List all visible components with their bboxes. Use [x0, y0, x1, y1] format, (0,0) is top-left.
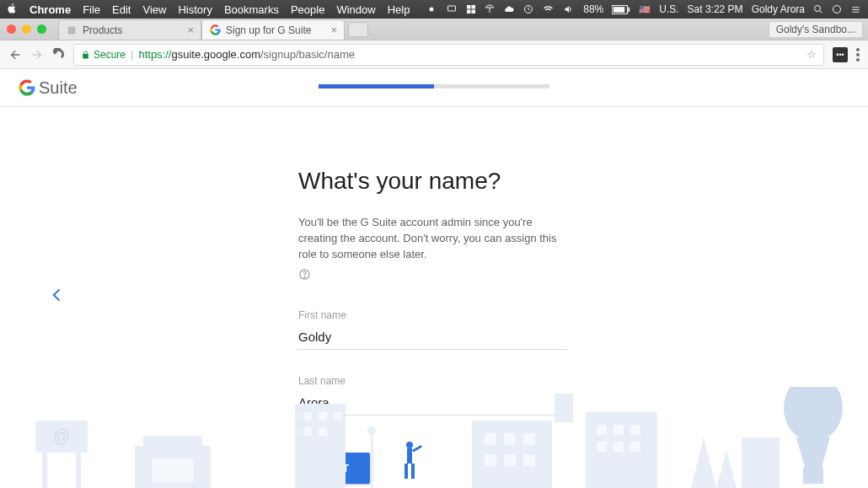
svg-point-10 — [815, 6, 821, 12]
svg-rect-9 — [629, 7, 630, 11]
page-title: What's your name? — [298, 168, 576, 195]
svg-point-60 — [784, 387, 843, 442]
svg-rect-16 — [68, 26, 76, 34]
back-step-button[interactable] — [49, 287, 66, 307]
status-display-icon[interactable] — [446, 4, 458, 14]
new-tab-button[interactable] — [348, 22, 368, 37]
svg-rect-59 — [742, 437, 780, 488]
status-wifi-icon[interactable] — [542, 4, 555, 14]
status-cloud-icon[interactable] — [503, 4, 515, 14]
menubar-item-window[interactable]: Window — [336, 3, 375, 16]
menubar-item-view[interactable]: View — [142, 3, 166, 16]
tab-title: Products — [83, 24, 182, 36]
svg-rect-61 — [803, 467, 823, 484]
status-screencast-icon[interactable] — [426, 4, 437, 14]
status-timemachine-icon[interactable] — [523, 4, 533, 14]
svg-point-19 — [856, 58, 860, 62]
svg-rect-27 — [143, 436, 202, 446]
first-name-input[interactable] — [298, 326, 568, 350]
svg-point-18 — [856, 53, 860, 56]
gsuite-logo: Suite — [19, 78, 78, 98]
minimize-window-icon[interactable] — [22, 24, 31, 34]
signup-progress-fill — [319, 84, 434, 88]
svg-point-0 — [430, 8, 434, 12]
svg-rect-4 — [467, 10, 471, 14]
extension-icon[interactable]: ••• — [833, 47, 848, 62]
status-clock[interactable]: Sat 3:22 PM — [688, 3, 743, 15]
menubar-item-file[interactable]: File — [83, 3, 100, 16]
window-controls[interactable] — [7, 24, 46, 34]
svg-point-17 — [856, 48, 860, 51]
last-name-input[interactable] — [298, 392, 568, 416]
svg-rect-5 — [472, 10, 476, 14]
svg-rect-22 — [35, 421, 88, 453]
status-siri-icon[interactable] — [832, 4, 842, 14]
svg-rect-52 — [613, 425, 624, 435]
svg-marker-57 — [691, 437, 716, 488]
status-flag-icon[interactable]: 🇺🇸 — [639, 4, 651, 15]
secure-badge: Secure — [81, 49, 126, 61]
svg-rect-51 — [597, 425, 607, 435]
status-notification-icon[interactable] — [850, 5, 861, 14]
browser-tab-signup[interactable]: Sign up for G Suite × — [201, 19, 345, 40]
close-window-icon[interactable] — [7, 24, 16, 34]
svg-rect-24 — [76, 453, 81, 488]
tab-title: Sign up for G Suite — [226, 24, 325, 36]
svg-rect-28 — [152, 459, 194, 482]
svg-rect-54 — [597, 442, 607, 452]
browser-tab-products[interactable]: Products × — [58, 19, 201, 40]
svg-marker-58 — [716, 450, 737, 488]
signup-progress-bar — [319, 84, 549, 88]
menubar-app-name[interactable]: Chrome — [29, 3, 71, 16]
status-battery-icon[interactable] — [612, 5, 630, 14]
status-input-source[interactable]: U.S. — [659, 3, 678, 15]
nav-forward-button[interactable] — [30, 48, 44, 62]
profile-chip[interactable]: Goldy's Sandbo... — [769, 21, 863, 38]
address-bar: Secure | https://gsuite.google.com/signu… — [0, 40, 868, 69]
svg-line-11 — [820, 11, 822, 13]
secure-label: Secure — [94, 49, 126, 61]
svg-text:@: @ — [53, 426, 70, 445]
svg-rect-55 — [613, 442, 624, 452]
apple-menu-icon[interactable] — [7, 3, 18, 17]
status-volume-icon[interactable] — [563, 4, 575, 14]
maximize-window-icon[interactable] — [37, 24, 46, 34]
status-spotlight-icon[interactable] — [813, 4, 823, 14]
nav-back-button[interactable] — [8, 48, 22, 62]
menubar-item-history[interactable]: History — [178, 3, 212, 16]
url-text: https://gsuite.google.com/signup/basic/n… — [138, 48, 355, 61]
favicon-generic-icon — [66, 24, 78, 36]
first-name-label: First name — [298, 309, 576, 321]
svg-rect-2 — [467, 5, 471, 9]
next-button[interactable]: NEXT — [298, 453, 370, 484]
svg-point-12 — [833, 6, 841, 13]
menubar-item-edit[interactable]: Edit — [112, 3, 131, 16]
svg-rect-50 — [586, 412, 657, 488]
menubar-item-people[interactable]: People — [291, 3, 324, 16]
tab-close-icon[interactable]: × — [187, 24, 194, 36]
nav-reload-button[interactable] — [52, 48, 65, 61]
help-icon[interactable] — [298, 268, 576, 284]
svg-rect-26 — [135, 446, 211, 488]
page-content: Suite What's your name? You'll be the G … — [0, 69, 868, 488]
status-umbrella-icon[interactable] — [485, 4, 495, 14]
tab-strip: Products × Sign up for G Suite × Goldy's… — [0, 19, 868, 40]
status-battery-percent[interactable]: 88% — [583, 3, 603, 15]
svg-rect-23 — [42, 453, 47, 488]
svg-rect-56 — [630, 442, 640, 452]
status-grid-icon[interactable] — [466, 4, 476, 14]
svg-rect-8 — [613, 7, 625, 13]
chrome-menu-icon[interactable] — [856, 48, 860, 62]
last-name-label: Last name — [298, 375, 576, 387]
omnibox[interactable]: Secure | https://gsuite.google.com/signu… — [73, 44, 824, 66]
page-help-text: You'll be the G Suite account admin sinc… — [298, 215, 568, 263]
svg-point-21 — [304, 276, 305, 277]
tab-close-icon[interactable]: × — [330, 24, 337, 36]
bookmark-star-icon[interactable]: ☆ — [806, 48, 817, 61]
svg-rect-3 — [472, 5, 476, 9]
menubar-item-bookmarks[interactable]: Bookmarks — [224, 3, 279, 16]
status-user-name[interactable]: Goldy Arora — [752, 3, 805, 15]
svg-rect-53 — [630, 425, 640, 435]
menubar-item-help[interactable]: Help — [388, 3, 410, 16]
macos-menubar: Chrome File Edit View History Bookmarks … — [0, 0, 868, 19]
